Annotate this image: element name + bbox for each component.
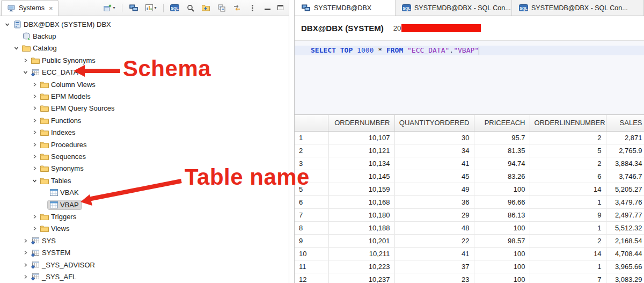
tree-item-public-synonyms[interactable]: Public Synonyms bbox=[0, 54, 289, 66]
chevron-collapsed-icon[interactable] bbox=[21, 58, 30, 63]
chevron-collapsed-icon[interactable] bbox=[31, 106, 39, 111]
tree-item-content: Sequences bbox=[39, 152, 89, 161]
tab-systems[interactable]: Systems × bbox=[1, 0, 58, 16]
tree-item-sys-advisor[interactable]: _SYS_ADVISOR bbox=[0, 259, 289, 271]
tree-item-dbx-dbx-system-dbx[interactable]: DBX@DBX (SYSTEM) DBX bbox=[0, 18, 289, 30]
tree-item-sys[interactable]: SYS bbox=[0, 235, 289, 246]
system-monitor-button[interactable]: ▾ bbox=[144, 3, 157, 12]
tree-item-epm-query-sources[interactable]: EPM Query Sources bbox=[0, 103, 289, 114]
data-cell: 98.57 bbox=[474, 234, 530, 247]
table-row[interactable]: 610,1683696.6613,479.76 bbox=[295, 195, 644, 208]
tree-item-label: _SYS_AFL bbox=[42, 273, 76, 281]
chevron-collapsed-icon[interactable] bbox=[31, 214, 39, 219]
link-with-editor-button[interactable] bbox=[232, 3, 243, 12]
tree-item-tables[interactable]: Tables bbox=[0, 175, 289, 186]
tree-item-functions[interactable]: Functions bbox=[0, 114, 289, 126]
chevron-collapsed-icon[interactable] bbox=[31, 82, 39, 87]
column-header-sales[interactable]: SALES bbox=[606, 115, 644, 131]
tree-item-triggers[interactable]: Triggers bbox=[0, 211, 289, 222]
row-number-header[interactable] bbox=[295, 115, 328, 131]
tree-item-sys-afl[interactable]: _SYS_AFL bbox=[0, 271, 289, 282]
tree-item-procedures[interactable]: Procedures bbox=[0, 139, 289, 150]
new-object-button[interactable]: ▾ bbox=[103, 3, 116, 13]
table-row[interactable]: 1210,2372310073,083.29 bbox=[295, 273, 644, 283]
chevron-collapsed-icon[interactable] bbox=[31, 130, 39, 135]
editor-tab-2[interactable]: SQLSYSTEMDB@DBX - SQL Con... bbox=[396, 0, 512, 16]
sql-console-button[interactable]: SQL bbox=[170, 3, 180, 12]
chevron-expanded-icon[interactable] bbox=[12, 46, 20, 50]
tree-item-content: Triggers bbox=[39, 212, 79, 221]
tree-item-content: Indexes bbox=[39, 128, 78, 137]
close-icon[interactable]: × bbox=[49, 4, 53, 12]
tree-item-system[interactable]: SYSTEM bbox=[0, 246, 289, 258]
column-header-priceeach[interactable]: PRICEEACH bbox=[474, 115, 530, 131]
chevron-collapsed-icon[interactable] bbox=[31, 154, 39, 159]
chevron-collapsed-icon[interactable] bbox=[21, 263, 30, 267]
data-cell: 34 bbox=[394, 144, 474, 157]
data-cell: 10,201 bbox=[328, 234, 394, 247]
chevron-collapsed-icon[interactable] bbox=[31, 142, 39, 147]
chevron-collapsed-icon[interactable] bbox=[31, 166, 39, 171]
chevron-down-icon: ▾ bbox=[113, 5, 115, 10]
tree-item-sequences[interactable]: Sequences bbox=[0, 150, 289, 162]
column-header-ordernumber[interactable]: ORDERNUMBER bbox=[328, 115, 394, 131]
data-cell: 81.35 bbox=[474, 144, 530, 157]
editor-tab-3[interactable]: SQLSYSTEMDB@DBX - SQL Con... bbox=[512, 0, 644, 16]
maximize-button[interactable] bbox=[277, 4, 283, 12]
chevron-collapsed-icon[interactable] bbox=[31, 226, 39, 231]
chevron-expanded-icon[interactable] bbox=[3, 22, 11, 27]
table-row[interactable]: 910,2012298.5722,168.54 bbox=[295, 234, 644, 247]
sql-token bbox=[403, 46, 407, 54]
chevron-collapsed-icon[interactable] bbox=[21, 250, 30, 255]
tree-item-ecc-data[interactable]: ECC_DATA bbox=[0, 67, 289, 78]
tree-item-vbak[interactable]: VBAK bbox=[0, 186, 289, 198]
collapse-all-button[interactable] bbox=[216, 3, 227, 13]
minimize-button[interactable] bbox=[265, 4, 270, 12]
view-menu-button[interactable] bbox=[247, 3, 258, 13]
tree-item-synonyms[interactable]: Synonyms bbox=[0, 163, 289, 175]
tree-item-vbap[interactable]: VBAP bbox=[0, 199, 289, 211]
chevron-collapsed-icon[interactable] bbox=[31, 94, 39, 99]
table-row[interactable]: 1110,2233710013,965.66 bbox=[295, 260, 644, 273]
editor-tab-1[interactable]: SYSTEMDB@DBX bbox=[295, 0, 396, 16]
administration-console-button[interactable] bbox=[128, 3, 139, 13]
table-row[interactable]: 110,1073095.722,871 bbox=[295, 131, 644, 144]
view-menu-icon bbox=[248, 4, 258, 12]
table-icon bbox=[49, 201, 58, 208]
systems-panel-header: Systems × ▾▾SQL bbox=[0, 0, 289, 16]
table-row[interactable]: 410,1454583.2663,746.7 bbox=[295, 170, 644, 183]
table-row[interactable]: 210,1213481.3552,765.9 bbox=[295, 144, 644, 157]
tree-item-column-views[interactable]: Column Views bbox=[0, 78, 289, 90]
tab-systems-label: Systems bbox=[19, 4, 45, 12]
row-number-cell: 4 bbox=[295, 170, 328, 183]
tree-item-content: EPM Query Sources bbox=[39, 104, 118, 113]
chevron-expanded-icon[interactable] bbox=[31, 178, 39, 183]
table-row[interactable]: 710,1802986.1392,497.77 bbox=[295, 208, 644, 221]
table-row[interactable]: 810,1884810015,512.32 bbox=[295, 221, 644, 234]
find-system-button[interactable] bbox=[185, 3, 196, 13]
data-cell: 3,479.76 bbox=[606, 195, 644, 208]
chevron-collapsed-icon[interactable] bbox=[21, 274, 30, 279]
tree-item-backup[interactable]: Backup bbox=[0, 30, 289, 42]
table-row[interactable]: 510,15949100145,205.27 bbox=[295, 183, 644, 195]
chevron-collapsed-icon[interactable] bbox=[31, 118, 39, 123]
sql-editor[interactable]: SELECT TOP 1000 * FROM "ECC_DATA"."VBAP" bbox=[295, 41, 644, 114]
tree-item-label: Triggers bbox=[51, 213, 76, 221]
monitor-icon bbox=[144, 4, 154, 11]
tree-item-indexes[interactable]: Indexes bbox=[0, 127, 289, 139]
chevron-collapsed-icon[interactable] bbox=[21, 238, 30, 243]
tree-item-views[interactable]: Views bbox=[0, 223, 289, 235]
data-cell: 5 bbox=[530, 144, 606, 157]
editor-tab-label: SYSTEMDB@DBX - SQL Con... bbox=[414, 4, 511, 12]
table-icon bbox=[49, 189, 58, 196]
sql-token: SELECT bbox=[311, 46, 336, 54]
folder-icon bbox=[40, 105, 49, 112]
table-row[interactable]: 310,1344194.7423,884.34 bbox=[295, 157, 644, 170]
tree-item-epm-models[interactable]: EPM Models bbox=[0, 90, 289, 102]
column-header-quantityordered[interactable]: QUANTITYORDERED bbox=[394, 115, 474, 131]
column-header-orderlinenumber[interactable]: ORDERLINENUMBER bbox=[530, 115, 606, 131]
table-row[interactable]: 1010,21141100144,708.44 bbox=[295, 247, 644, 260]
tree-item-catalog[interactable]: Catalog bbox=[0, 42, 289, 54]
chevron-expanded-icon[interactable] bbox=[21, 70, 30, 75]
import-button[interactable] bbox=[201, 3, 211, 12]
